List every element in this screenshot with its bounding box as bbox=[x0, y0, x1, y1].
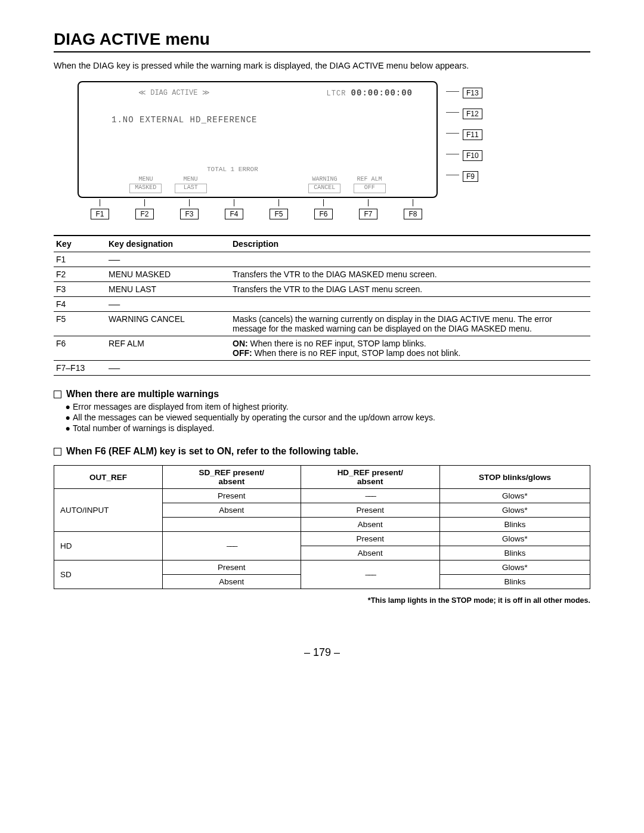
description-cell bbox=[230, 297, 590, 312]
sd-cell: Absent bbox=[163, 503, 301, 518]
sd-cell: Absent bbox=[163, 575, 301, 589]
fkey-label: F8 bbox=[404, 209, 422, 219]
stop-cell: Blinks bbox=[439, 575, 590, 589]
screen-box: ≪ DIAG ACTIVE ≫ LTCR 00:00:00:00 1.NO EX… bbox=[78, 81, 438, 198]
stop-cell: Glows* bbox=[439, 532, 590, 546]
sd-cell: Present bbox=[163, 561, 301, 575]
description-cell: Masks (cancels) the warning currently on… bbox=[230, 312, 590, 336]
sd-cell: ––– bbox=[163, 532, 301, 561]
key-cell: F7–F13 bbox=[54, 361, 106, 376]
soft-label: REF ALM bbox=[347, 176, 392, 182]
square-bullet-icon bbox=[54, 391, 61, 398]
hd-cell: Absent bbox=[301, 546, 439, 561]
screen-message: 1.NO EXTERNAL HD_REFERENCE bbox=[112, 115, 257, 125]
fkey-label: F11 bbox=[463, 129, 482, 140]
fkey-label: F4 bbox=[225, 209, 243, 219]
soft-label: MENU bbox=[168, 176, 213, 182]
page-title: DIAG ACTIVE menu bbox=[54, 30, 590, 52]
soft-button-row: MASKEDLASTCANCELOFF bbox=[79, 184, 436, 193]
fkey-label: F1 bbox=[91, 209, 109, 219]
soft-button: CANCEL bbox=[308, 184, 340, 193]
screen-ltcr: LTCR 00:00:00:00 bbox=[327, 88, 413, 98]
designation-cell: MENU MASKED bbox=[106, 267, 230, 282]
key-cell: F5 bbox=[54, 312, 106, 336]
soft-label bbox=[258, 176, 302, 182]
bottom-fkey-row: |F1|F2|F3|F4|F5|F6|F7|F8 bbox=[78, 198, 435, 219]
ltcr-value: 00:00:00:00 bbox=[351, 88, 413, 98]
screen-diagram: ≪ DIAG ACTIVE ≫ LTCR 00:00:00:00 1.NO EX… bbox=[54, 81, 590, 219]
soft-label: MENU bbox=[123, 176, 168, 182]
designation-cell: WARNING CANCEL bbox=[106, 312, 230, 336]
hd-cell: Present bbox=[301, 532, 439, 546]
hd-cell: Present bbox=[301, 503, 439, 518]
side-fkey-column: F13F12F11F10F9 bbox=[446, 81, 482, 185]
stop-cell: Glows* bbox=[439, 503, 590, 518]
outref-cell: HD bbox=[54, 532, 163, 561]
description-cell bbox=[230, 252, 590, 267]
key-cell: F1 bbox=[54, 252, 106, 267]
fkey-label: F5 bbox=[270, 209, 287, 219]
description-cell: Transfers the VTR to the DIAG LAST menu … bbox=[230, 282, 590, 297]
multi-warnings-heading-text: When there are multiple warnings bbox=[66, 389, 219, 399]
soft-label bbox=[79, 176, 123, 182]
fkey-label: F2 bbox=[135, 209, 153, 219]
sd-cell: Present bbox=[163, 489, 301, 503]
soft-button: MASKED bbox=[129, 184, 162, 193]
list-item: Total number of warnings is displayed. bbox=[70, 423, 590, 433]
designation-header: Key designation bbox=[106, 236, 230, 252]
footnote: *This lamp lights in the STOP mode; it i… bbox=[54, 596, 590, 605]
ref-table: OUT_REF SD_REF present/absent HD_REF pre… bbox=[54, 465, 590, 589]
fkey-label: F10 bbox=[463, 150, 482, 161]
stop-cell: Glows* bbox=[439, 489, 590, 503]
key-table: Key Key designation Description F1–––F2M… bbox=[54, 235, 590, 376]
screen-title: ≪ DIAG ACTIVE ≫ bbox=[138, 88, 210, 97]
fkey-label: F3 bbox=[180, 209, 198, 219]
ref-th-stop: STOP blinks/glows bbox=[439, 466, 590, 489]
soft-label: WARNING bbox=[302, 176, 347, 182]
description-cell bbox=[230, 361, 590, 376]
stop-cell: Blinks bbox=[439, 546, 590, 561]
intro-text: When the DIAG key is pressed while the w… bbox=[54, 61, 590, 70]
designation-cell: ––– bbox=[106, 361, 230, 376]
hd-cell: ––– bbox=[301, 561, 439, 589]
fkey-label: F9 bbox=[463, 171, 478, 182]
screen-total: TOTAL 1 ERROR bbox=[207, 166, 258, 173]
ref-alm-heading-text: When F6 (REF ALM) key is set to ON, refe… bbox=[66, 446, 358, 456]
outref-cell: AUTO/INPUT bbox=[54, 489, 163, 532]
list-item: All the messages can be viewed sequentia… bbox=[70, 413, 590, 422]
ref-th-outref: OUT_REF bbox=[54, 466, 163, 489]
key-cell: F4 bbox=[54, 297, 106, 312]
key-header: Key bbox=[54, 236, 106, 252]
key-cell: F3 bbox=[54, 282, 106, 297]
fkey-label: F7 bbox=[359, 209, 377, 219]
soft-label bbox=[213, 176, 258, 182]
hd-cell: Absent bbox=[301, 518, 439, 532]
soft-button: OFF bbox=[354, 184, 386, 193]
soft-label bbox=[392, 176, 436, 182]
designation-cell: ––– bbox=[106, 297, 230, 312]
key-cell: F6 bbox=[54, 336, 106, 361]
ref-th-hd: HD_REF present/absent bbox=[301, 466, 439, 489]
description-cell: Transfers the VTR to the DIAG MASKED men… bbox=[230, 267, 590, 282]
ref-th-sd: SD_REF present/absent bbox=[163, 466, 301, 489]
fkey-label: F12 bbox=[463, 109, 482, 119]
soft-button: LAST bbox=[175, 184, 207, 193]
outref-cell: SD bbox=[54, 561, 163, 589]
description-header: Description bbox=[230, 236, 590, 252]
designation-cell: REF ALM bbox=[106, 336, 230, 361]
fkey-label: F6 bbox=[314, 209, 332, 219]
soft-label-row: MENUMENUWARNINGREF ALM bbox=[79, 176, 436, 182]
stop-cell: Blinks bbox=[439, 518, 590, 532]
fkey-label: F13 bbox=[463, 88, 482, 98]
square-bullet-icon bbox=[54, 448, 61, 456]
ref-alm-heading: When F6 (REF ALM) key is set to ON, refe… bbox=[54, 446, 590, 457]
designation-cell: MENU LAST bbox=[106, 282, 230, 297]
key-cell: F2 bbox=[54, 267, 106, 282]
designation-cell: ––– bbox=[106, 252, 230, 267]
page-number: – 179 – bbox=[54, 646, 590, 659]
list-item: Error messages are displayed from item o… bbox=[70, 402, 590, 411]
multi-warnings-list: Error messages are displayed from item o… bbox=[70, 402, 590, 433]
sd-cell bbox=[163, 518, 301, 532]
multi-warnings-heading: When there are multiple warnings bbox=[54, 389, 590, 400]
description-cell: ON: When there is no REF input, STOP lam… bbox=[230, 336, 590, 361]
